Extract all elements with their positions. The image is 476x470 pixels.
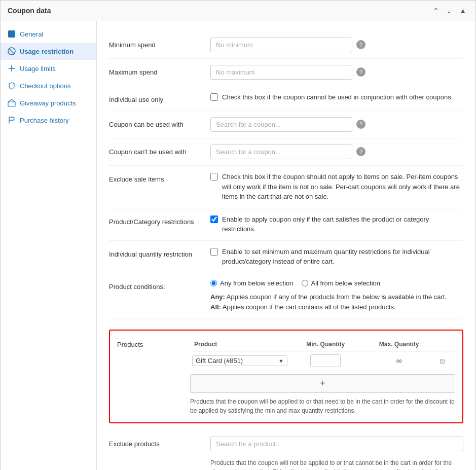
any-bold: Any: [210,293,225,301]
remove-col-header [436,338,455,351]
product-select[interactable]: Gift Card (#851) ▼ [192,355,287,366]
sidebar-item-checkout-options[interactable]: Checkout options [1,77,96,94]
products-label: Products [117,338,183,415]
maximum-spend-row: Maximum spend ? [109,59,463,86]
sidebar-usage-limits-label: Usage limits [20,65,56,73]
sidebar-general-label: General [20,30,43,38]
sidebar-usage-restriction-label: Usage restriction [20,48,74,55]
remove-cell: ⦻ [436,351,455,371]
exclude-sale-items-label: Exclude sale items [109,172,210,184]
exclude-products-content: Products that the coupon will not be app… [210,437,463,470]
radio-any-text: Any from below selection [220,279,294,287]
product-conditions-label: Product conditions: [109,279,210,292]
product-cell: Gift Card (#851) ▼ [190,351,289,371]
purchase-history-icon [8,116,16,124]
coupon-cant-be-used-with-input[interactable] [210,144,352,159]
usage-restriction-icon [8,47,16,55]
min-qty-input[interactable] [310,354,341,367]
coupon-cant-be-used-with-row: Coupon can't be used with ? [109,138,463,166]
exclude-sale-items-checkbox-label: Check this box if the coupon should not … [222,172,463,202]
coupon-can-be-used-with-label: Coupon can be used with [109,117,210,129]
radio-any-label[interactable]: Any from below selection [210,279,294,287]
individual-use-only-content: Check this box if the coupon cannot be u… [210,92,463,102]
coupon-can-be-used-with-row: Coupon can be used with ? [109,111,463,138]
radio-all-label[interactable]: All from below selection [302,279,381,287]
collapse-button[interactable]: ⌃ [431,6,441,16]
triangle-button[interactable]: ▲ [457,6,468,16]
individual-use-only-checkbox[interactable] [210,93,218,101]
exclude-products-label: Exclude products [109,437,210,449]
max-qty-col-header: Max. Quantity [362,338,436,351]
add-product-row-button[interactable]: + [190,374,455,393]
expand-button[interactable]: ⌄ [444,6,454,16]
max-qty-cell: ∞ [362,351,436,371]
exclude-sale-items-checkbox-row: Check this box if the coupon should not … [210,172,463,202]
sidebar-item-purchase-history[interactable]: Purchase history [1,112,96,129]
maximum-spend-input[interactable] [210,65,352,80]
minimum-spend-help-icon[interactable]: ? [356,40,365,49]
general-icon [8,30,16,38]
coupon-data-window: Coupon data ⌃ ⌄ ▲ General [0,0,476,470]
exclude-sale-items-row: Exclude sale items Check this box if the… [109,166,463,208]
sidebar-item-usage-limits[interactable]: Usage limits [1,60,96,77]
all-description: Applies coupon if the cart contains all … [223,303,396,311]
coupon-cant-be-used-with-content: ? [210,144,463,159]
product-category-restrictions-checkbox[interactable] [210,215,218,223]
minimum-spend-input[interactable] [210,38,352,52]
product-conditions-content: Any from below selection All from below … [210,279,463,313]
sidebar-item-general[interactable]: General [1,25,96,43]
min-qty-col-header: Min. Quantity [289,338,362,351]
product-category-restrictions-row: Product/Category restrictions Enable to … [109,208,463,241]
sidebar-item-giveaway-products[interactable]: Giveaway products [1,94,96,112]
exclude-products-row: Exclude products Products that the coupo… [109,430,463,470]
svg-line-2 [9,49,14,54]
individual-use-only-checkbox-row: Check this box if the coupon cannot be u… [210,92,453,102]
min-qty-cell [289,351,362,371]
all-bold: All: [210,303,221,311]
product-category-restrictions-content: Enable to apply coupon only if the cart … [210,214,463,234]
products-table-wrap: Product Min. Quantity Max. Quantity [190,338,455,415]
title-bar-controls: ⌃ ⌄ ▲ [431,6,468,16]
sidebar-checkout-options-label: Checkout options [20,82,70,90]
window-title: Coupon data [8,7,51,15]
sidebar-item-usage-restriction[interactable]: Usage restriction [1,43,96,60]
minimum-spend-content: ? [210,38,463,52]
infinity-symbol: ∞ [396,356,401,365]
exclude-products-input[interactable] [210,437,463,451]
layout: General Usage restriction [1,21,475,470]
product-conditions-row: Product conditions: Any from below selec… [109,273,463,320]
product-select-arrow-icon: ▼ [278,358,284,364]
checkout-options-icon [8,82,16,90]
coupon-can-be-used-with-content: ? [210,117,463,132]
product-conditions-description: Any: Applies coupon if any of the produc… [210,292,447,313]
radio-any-input[interactable] [210,280,217,286]
any-description: Applies coupon if any of the products fr… [227,293,447,301]
maximum-spend-content: ? [210,65,463,80]
products-helper-text: Products that the coupon will be applied… [190,397,455,415]
individual-quantity-restriction-row: Individual quantity restriction Enable t… [109,241,463,273]
coupon-can-be-used-with-help-icon[interactable]: ? [356,120,365,129]
main-content: Minimum spend ? Maximum spend ? Individu… [97,21,475,470]
products-table: Product Min. Quantity Max. Quantity [190,338,455,370]
products-field-row: Products Product Min. Quantity Max. Quan… [109,319,463,423]
coupon-cant-be-used-with-label: Coupon can't be used with [109,144,210,157]
individual-quantity-restriction-content: Enable to set minimum and maximum quanti… [210,247,463,267]
exclude-sale-items-content: Check this box if the coupon should not … [210,172,463,202]
sidebar-purchase-history-label: Purchase history [20,117,69,124]
product-category-restrictions-label: Product/Category restrictions [109,214,210,227]
coupon-cant-be-used-with-help-icon[interactable]: ? [356,147,365,156]
radio-all-input[interactable] [302,280,308,286]
svg-rect-5 [8,102,15,106]
maximum-spend-help-icon[interactable]: ? [356,67,365,77]
coupon-can-be-used-with-input[interactable] [210,117,352,132]
individual-quantity-restriction-checkbox[interactable] [210,248,218,256]
sidebar: General Usage restriction [1,21,97,470]
radio-all-text: All from below selection [311,279,381,287]
title-bar: Coupon data ⌃ ⌄ ▲ [1,1,475,21]
giveaway-products-icon [8,99,16,107]
table-row: Gift Card (#851) ▼ ∞ [190,351,455,371]
sidebar-giveaway-products-label: Giveaway products [20,99,76,107]
exclude-sale-items-checkbox[interactable] [210,173,218,180]
individual-use-only-label: Individual use only [109,92,210,104]
remove-product-button[interactable]: ⦻ [438,356,447,366]
